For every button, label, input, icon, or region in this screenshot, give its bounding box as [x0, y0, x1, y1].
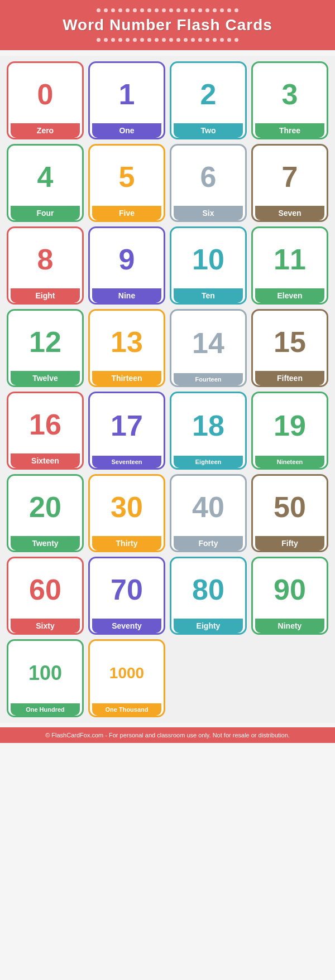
- flash-card[interactable]: 1000 One Thousand: [88, 639, 165, 717]
- footer-text: © FlashCardFox.com - For personal and cl…: [45, 732, 290, 738]
- card-number: 15: [274, 316, 306, 368]
- card-number: 7: [282, 151, 298, 202]
- banner-dot: [176, 8, 180, 12]
- page-title: Word Number Flash Cards: [11, 14, 324, 36]
- card-label: One Thousand: [92, 703, 161, 716]
- flash-card[interactable]: 17 Seventeen: [88, 392, 165, 470]
- banner-dot: [97, 38, 100, 42]
- banner-dot: [162, 38, 166, 42]
- banner-dot: [213, 8, 217, 12]
- footer: © FlashCardFox.com - For personal and cl…: [0, 727, 335, 743]
- flash-card[interactable]: 0 Zero: [7, 61, 84, 139]
- flash-card[interactable]: 5 Five: [88, 144, 165, 222]
- banner-dot: [104, 8, 108, 12]
- flash-card[interactable]: 18 Eighteen: [170, 392, 247, 470]
- banner-dot: [111, 8, 115, 12]
- card-label: Eighty: [174, 619, 243, 633]
- card-label: Thirteen: [92, 371, 161, 385]
- banner-dot: [147, 8, 151, 12]
- banner-dot: [220, 8, 224, 12]
- banner-dot: [198, 8, 202, 12]
- flash-card[interactable]: 30 Thirty: [88, 474, 165, 552]
- flash-card[interactable]: 80 Eighty: [170, 557, 247, 635]
- card-label: One Hundred: [11, 703, 80, 716]
- flash-card[interactable]: 90 Ninety: [251, 557, 328, 635]
- banner-dot: [126, 38, 130, 42]
- card-label: Six: [174, 206, 243, 220]
- banner-dot: [104, 38, 108, 42]
- flash-card[interactable]: 9 Nine: [88, 226, 165, 305]
- header-banner: Word Number Flash Cards: [0, 0, 335, 50]
- flash-card[interactable]: 2 Two: [170, 61, 247, 139]
- card-number: 16: [29, 399, 61, 450]
- card-number: 19: [274, 399, 306, 452]
- card-number: 18: [192, 399, 224, 452]
- banner-dot: [234, 38, 238, 42]
- card-label: Twelve: [11, 371, 80, 385]
- banner-dot: [213, 38, 217, 42]
- flash-card[interactable]: 12 Twelve: [7, 309, 84, 387]
- banner-dot: [162, 8, 166, 12]
- banner-dot: [169, 38, 173, 42]
- flash-card[interactable]: 16 Sixteen: [7, 392, 84, 470]
- card-label: Thirty: [92, 536, 161, 551]
- card-label: Four: [11, 206, 80, 220]
- card-number: 11: [274, 234, 306, 285]
- flash-card[interactable]: 1 One: [88, 61, 165, 139]
- card-label: Zero: [11, 123, 80, 138]
- card-number: 6: [200, 151, 217, 202]
- card-label: Nineteen: [255, 456, 324, 468]
- card-number: 90: [274, 564, 306, 615]
- card-label: Eighteen: [174, 456, 243, 468]
- card-number: 2: [200, 69, 217, 120]
- flash-card[interactable]: 100 One Hundred: [7, 639, 84, 717]
- flash-card[interactable]: 10 Ten: [170, 226, 247, 305]
- card-number: 10: [192, 234, 224, 285]
- flash-card[interactable]: 3 Three: [251, 61, 328, 139]
- banner-dot: [155, 8, 159, 12]
- flash-card[interactable]: 4 Four: [7, 144, 84, 222]
- card-number: 1000: [109, 646, 144, 700]
- card-number: 5: [119, 151, 135, 202]
- banner-dot: [191, 8, 195, 12]
- flash-card[interactable]: 20 Twenty: [7, 474, 84, 552]
- flash-card[interactable]: 7 Seven: [251, 144, 328, 222]
- flash-card[interactable]: 13 Thirteen: [88, 309, 165, 387]
- flash-card[interactable]: 6 Six: [170, 144, 247, 222]
- flash-card[interactable]: 70 Seventy: [88, 557, 165, 635]
- card-number: 50: [274, 481, 306, 533]
- banner-dot: [118, 38, 122, 42]
- banner-dot: [97, 8, 100, 12]
- card-label: Forty: [174, 536, 243, 551]
- card-number: 14: [192, 316, 224, 370]
- flash-card[interactable]: 50 Fifty: [251, 474, 328, 552]
- flash-card[interactable]: 60 Sixty: [7, 557, 84, 635]
- card-number: 0: [37, 69, 54, 120]
- card-label: Eleven: [255, 288, 324, 303]
- banner-dot: [176, 38, 180, 42]
- banner-dot: [133, 8, 137, 12]
- banner-dot: [111, 38, 115, 42]
- card-label: Eight: [11, 288, 80, 303]
- banner-dot: [140, 8, 144, 12]
- flash-card[interactable]: 19 Nineteen: [251, 392, 328, 470]
- card-label: Two: [174, 123, 243, 138]
- flash-card[interactable]: 40 Forty: [170, 474, 247, 552]
- flash-card[interactable]: 8 Eight: [7, 226, 84, 305]
- banner-dot: [198, 38, 202, 42]
- card-number: 17: [111, 399, 143, 452]
- card-number: 9: [119, 234, 135, 285]
- flash-card[interactable]: 15 Fifteen: [251, 309, 328, 387]
- card-number: 3: [282, 69, 298, 120]
- flash-card[interactable]: 14 Fourteen: [170, 309, 247, 387]
- card-number: 60: [29, 564, 61, 615]
- banner-dot: [205, 8, 209, 12]
- card-number: 20: [29, 481, 61, 533]
- banner-dot: [140, 38, 144, 42]
- banner-dot: [227, 8, 231, 12]
- banner-dot: [227, 38, 231, 42]
- banner-dot: [133, 38, 137, 42]
- banner-dots-bottom: [11, 38, 324, 42]
- card-label: Fifty: [255, 536, 324, 551]
- flash-card[interactable]: 11 Eleven: [251, 226, 328, 305]
